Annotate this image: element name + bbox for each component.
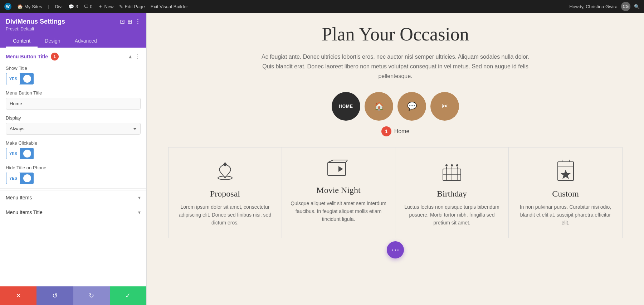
card-proposal: Proposal Lorem ipsum dolor sit amet, con…	[169, 147, 282, 238]
toggle-hide-handle	[21, 173, 34, 184]
card-title-birthday: Birthday	[404, 189, 500, 199]
right-content: Plan Your Occasion Ac feugiat ante. Done…	[147, 13, 644, 305]
svg-marker-4	[338, 166, 343, 172]
card-title-custom: Custom	[517, 189, 614, 199]
panel-footer: ✕ ↺ ↻ ✓	[0, 286, 146, 305]
card-title-proposal: Proposal	[177, 189, 273, 199]
hide-title-toggle[interactable]: YES	[6, 173, 141, 184]
menu-items-title: Menu Items	[6, 195, 32, 200]
hide-title-phone-label: Hide Title on Phone	[6, 165, 141, 170]
left-panel: DiviMenus Settings ⊡ ⊞ ⋮ Preset: Default…	[0, 13, 147, 305]
panel-title: DiviMenus Settings ⊡ ⊞ ⋮	[6, 18, 141, 25]
menu-badge: 1	[381, 126, 391, 136]
svg-point-13	[445, 164, 448, 166]
svg-point-14	[451, 164, 453, 166]
wp-admin-bar: W 🏠 My Sites | Divi 💬 3 🗨 0 ＋ New ✎ Edit…	[0, 0, 644, 13]
menu-items-section[interactable]: Menu Items ▾	[0, 190, 146, 205]
menu-circle-3[interactable]: ✂	[430, 92, 459, 121]
my-sites-button[interactable]: 🏠 My Sites	[17, 4, 42, 9]
display-field: Display Always On Hover Never	[0, 112, 146, 137]
svg-marker-1	[223, 163, 227, 166]
toggle-handle	[21, 73, 34, 84]
toggle-clickable-handle	[21, 148, 34, 159]
menu-items-title-section[interactable]: Menu Items Title ▾	[0, 205, 146, 219]
avatar[interactable]: CG	[621, 2, 630, 11]
menu-button-title-field: Menu Button Title	[0, 87, 146, 112]
menu-button-title-input[interactable]	[6, 98, 141, 110]
menu-button-title-section-header[interactable]: Menu Button Title 1 ▲ ⋮	[0, 48, 146, 63]
messages-button[interactable]: 🗨 0	[84, 4, 92, 9]
menu-button-title-label: Menu Button Title	[6, 90, 141, 96]
card-title-movie: Movie Night	[291, 185, 386, 195]
edit-page-button[interactable]: ✎ Edit Page	[119, 4, 145, 9]
menu-label-text: Home	[394, 128, 410, 135]
hide-title-phone-field: Hide Title on Phone YES	[0, 162, 146, 187]
make-clickable-label: Make Clickable	[6, 140, 141, 146]
page-content: Plan Your Occasion Ac feugiat ante. Done…	[147, 13, 644, 252]
tab-design[interactable]: Design	[38, 35, 68, 48]
menu-items-title-text: Menu Items Title	[6, 209, 43, 215]
tab-content[interactable]: Content	[6, 35, 38, 48]
delete-button[interactable]: ✕	[0, 286, 36, 305]
main-wrapper: DiviMenus Settings ⊡ ⊞ ⋮ Preset: Default…	[0, 13, 644, 305]
toggle-hide-btn[interactable]: YES	[6, 173, 34, 184]
card-icon-birthday	[404, 158, 500, 183]
menu-circle-home[interactable]: HOME	[332, 92, 360, 121]
card-text-custom: In non pulvinar purus. Curabitur nisi od…	[517, 203, 614, 227]
make-clickable-toggle[interactable]: YES	[6, 148, 141, 159]
divi-button[interactable]: Divi	[55, 4, 63, 9]
toggle-yes-btn[interactable]: YES	[6, 73, 34, 84]
card-text-birthday: Luctus lectus non quisque turpis bibendu…	[404, 203, 500, 227]
panel-icon-dots[interactable]: ⋮	[135, 18, 141, 25]
panel-preset[interactable]: Preset: Default	[6, 26, 141, 32]
display-select[interactable]: Always On Hover Never	[6, 123, 141, 135]
toggle-clickable-btn[interactable]: YES	[6, 148, 34, 159]
menu-circle-1[interactable]: 🏠	[365, 92, 393, 121]
exit-visual-builder-button[interactable]: Exit Visual Builder	[151, 4, 188, 9]
collapse-icon[interactable]: ▲	[128, 54, 133, 59]
howdy-text: Howdy, Christina Gwira	[569, 4, 618, 9]
undo-button[interactable]: ↺	[36, 286, 73, 305]
card-text-movie: Quisque aliquet velit sit amet sem inter…	[291, 199, 386, 223]
panel-header: DiviMenus Settings ⊡ ⊞ ⋮ Preset: Default…	[0, 13, 146, 48]
show-title-field: Show Title YES	[0, 63, 146, 87]
section-title-menu-button: Menu Button Title 1	[6, 53, 59, 60]
page-title: Plan Your Occasion	[168, 24, 623, 45]
card-icon-proposal	[177, 158, 273, 183]
search-icon[interactable]: 🔍	[634, 4, 640, 9]
section-controls: ▲ ⋮	[128, 53, 141, 60]
page-subtitle: Ac feugiat ante. Donec ultricies loborti…	[256, 52, 535, 81]
card-custom: Custom In non pulvinar purus. Curabitur …	[509, 147, 622, 238]
make-clickable-field: Make Clickable YES	[0, 137, 146, 162]
new-button[interactable]: ＋ New	[98, 3, 113, 10]
fab-button[interactable]: ⋯	[387, 241, 404, 258]
menu-items-chevron[interactable]: ▾	[138, 195, 141, 200]
confirm-button[interactable]: ✓	[110, 286, 146, 305]
menu-circle-2[interactable]: 💬	[397, 92, 426, 121]
panel-icon-window[interactable]: ⊡	[120, 18, 125, 25]
card-movie-night: Movie Night Quisque aliquet velit sit am…	[282, 147, 395, 238]
panel-title-icons: ⊡ ⊞ ⋮	[120, 18, 141, 25]
admin-bar-right: Howdy, Christina Gwira CG 🔍	[569, 2, 640, 11]
panel-body: Menu Button Title 1 ▲ ⋮ Show Title YES	[0, 48, 146, 286]
wp-logo-icon[interactable]: W	[4, 3, 11, 10]
comments-button[interactable]: 💬 3	[68, 4, 78, 9]
panel-icon-layout[interactable]: ⊞	[127, 18, 132, 25]
card-text-proposal: Lorem ipsum dolor sit amet, consectetur …	[177, 203, 273, 227]
show-title-label: Show Title	[6, 66, 141, 71]
card-icon-custom	[517, 158, 614, 183]
display-label: Display	[6, 115, 141, 121]
card-birthday: Birthday Luctus lectus non quisque turpi…	[395, 147, 509, 238]
redo-button[interactable]: ↻	[73, 286, 110, 305]
menu-items-title-chevron[interactable]: ▾	[138, 209, 141, 215]
tab-advanced[interactable]: Advanced	[68, 35, 104, 48]
svg-marker-20	[561, 170, 571, 179]
card-icon-movie	[291, 158, 386, 180]
panel-tabs: Content Design Advanced	[6, 35, 141, 48]
svg-point-15	[456, 164, 458, 166]
section-dots-icon[interactable]: ⋮	[135, 53, 141, 60]
cards-grid: Proposal Lorem ipsum dolor sit amet, con…	[168, 147, 623, 238]
menu-circles: HOME 🏠 💬 ✂	[168, 92, 623, 121]
show-title-toggle[interactable]: YES	[6, 73, 141, 84]
badge-1: 1	[51, 53, 59, 60]
